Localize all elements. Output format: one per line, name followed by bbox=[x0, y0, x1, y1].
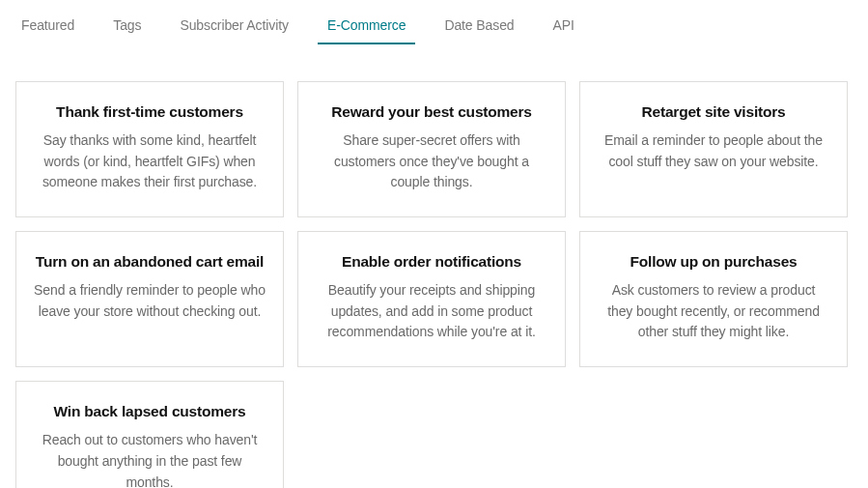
tab-featured[interactable]: Featured bbox=[15, 10, 94, 43]
card-desc: Ask customers to review a product they b… bbox=[598, 280, 829, 343]
card-desc: Email a reminder to people about the coo… bbox=[598, 130, 829, 172]
card-desc: Share super-secret offers with customers… bbox=[316, 130, 547, 193]
card-thank-first-time[interactable]: Thank first-time customers Say thanks wi… bbox=[15, 81, 284, 217]
card-title: Turn on an abandoned cart email bbox=[34, 253, 266, 271]
card-desc: Say thanks with some kind, heartfelt wor… bbox=[34, 130, 266, 193]
card-reward-best[interactable]: Reward your best customers Share super-s… bbox=[297, 81, 566, 217]
card-win-back-lapsed[interactable]: Win back lapsed customers Reach out to c… bbox=[15, 381, 284, 488]
card-retarget-visitors[interactable]: Retarget site visitors Email a reminder … bbox=[579, 81, 848, 217]
card-desc: Send a friendly reminder to people who l… bbox=[34, 280, 266, 322]
card-title: Win back lapsed customers bbox=[34, 403, 266, 420]
card-desc: Reach out to customers who haven't bough… bbox=[34, 430, 266, 488]
card-title: Retarget site visitors bbox=[598, 103, 829, 121]
tab-bar: Featured Tags Subscriber Activity E-Comm… bbox=[15, 10, 853, 43]
card-order-notifications[interactable]: Enable order notifications Beautify your… bbox=[297, 231, 566, 367]
tab-date-based[interactable]: Date Based bbox=[425, 10, 533, 43]
tab-api[interactable]: API bbox=[534, 10, 594, 43]
card-title: Enable order notifications bbox=[316, 253, 547, 271]
card-follow-up-purchases[interactable]: Follow up on purchases Ask customers to … bbox=[579, 231, 848, 367]
card-title: Thank first-time customers bbox=[34, 103, 266, 121]
tab-subscriber-activity[interactable]: Subscriber Activity bbox=[160, 10, 307, 43]
card-abandoned-cart[interactable]: Turn on an abandoned cart email Send a f… bbox=[15, 231, 284, 367]
tab-ecommerce[interactable]: E-Commerce bbox=[308, 10, 425, 43]
card-desc: Beautify your receipts and shipping upda… bbox=[316, 280, 547, 343]
tab-tags[interactable]: Tags bbox=[94, 10, 160, 43]
card-grid: Thank first-time customers Say thanks wi… bbox=[15, 81, 853, 488]
card-title: Follow up on purchases bbox=[598, 253, 829, 271]
card-title: Reward your best customers bbox=[316, 103, 547, 121]
